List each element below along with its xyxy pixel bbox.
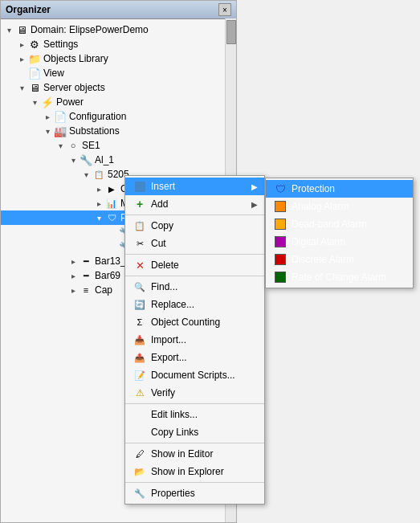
measurements-icon: 📊 <box>105 197 118 210</box>
replace-label: Replace... <box>151 299 258 310</box>
discrete-label: Discrete Alarm <box>292 254 354 265</box>
expander-objlib[interactable] <box>15 52 28 65</box>
submenu: 🛡 Protection Analog Alarm Dead-band Alar… <box>265 178 414 288</box>
cap-label: Cap <box>95 284 112 296</box>
showineditor-label: Show in Editor <box>151 448 258 460</box>
tree-item-domain[interactable]: 🖥 Domain: ElipsePowerDemo <box>1 22 236 37</box>
objlib-icon: 📁 <box>28 52 41 65</box>
editlinks-icon <box>132 408 148 421</box>
menu-item-docscripts[interactable]: 📝 Document Scripts... <box>125 366 264 384</box>
showineditor-icon: 🖊 <box>132 447 148 460</box>
expander-al1[interactable] <box>67 153 80 166</box>
analog-label: Analog Alarm <box>292 201 349 212</box>
find-icon: 🔍 <box>132 280 148 293</box>
verify-label: Verify <box>151 387 258 398</box>
substations-icon: 🏭 <box>54 125 67 137</box>
submenu-item-digital[interactable]: Digital Alarm <box>266 233 413 251</box>
expander-commands[interactable] <box>92 182 105 195</box>
menu-item-find[interactable]: 🔍 Find... <box>125 278 264 296</box>
menu-item-showinexplorer[interactable]: 📂 Show in Explorer <box>125 463 264 480</box>
expander-bar138[interactable] <box>67 255 80 268</box>
expander-settings[interactable] <box>15 38 28 51</box>
expander-domain[interactable] <box>2 23 15 36</box>
tree-item-power[interactable]: ⚡ Power <box>1 95 236 109</box>
menu-item-insert[interactable]: Insert ▶ 🛡 Protection Analog Alarm Dea <box>125 178 264 195</box>
tree-item-config[interactable]: 📄 Configuration <box>1 109 236 124</box>
tree-item-objlib[interactable]: 📁 Objects Library <box>1 51 236 66</box>
menu-item-verify[interactable]: ⚠ Verify <box>125 384 264 402</box>
substations-label: Substations <box>69 125 120 137</box>
editlinks-label: Edit links... <box>151 409 258 420</box>
submenu-item-analog[interactable]: Analog Alarm <box>266 198 413 215</box>
scrollbar-thumb[interactable] <box>226 20 236 44</box>
settings-label: Settings <box>43 39 78 50</box>
submenu-item-roc[interactable]: Rate of Change Alarm <box>266 268 413 286</box>
submenu-item-deadband[interactable]: Dead-band Alarm <box>266 215 413 233</box>
expander-measurements[interactable] <box>92 197 105 210</box>
menu-item-copylinks[interactable]: Copy Links <box>125 423 264 441</box>
tree-item-view[interactable]: 📄 View <box>1 66 236 80</box>
menu-item-add[interactable]: + Add ▶ <box>125 195 264 213</box>
tree-item-substations[interactable]: 🏭 Substations <box>1 124 236 138</box>
bar69-label: Bar69 <box>95 270 120 281</box>
replace-icon: 🔄 <box>132 298 148 311</box>
objlib-label: Objects Library <box>43 53 108 64</box>
menu-item-import[interactable]: 📥 Import... <box>125 331 264 349</box>
docscripts-label: Document Scripts... <box>151 370 258 381</box>
view-label: View <box>43 67 64 79</box>
context-menu: Insert ▶ 🛡 Protection Analog Alarm Dea <box>124 175 265 505</box>
menu-item-showineditor[interactable]: 🖊 Show in Editor <box>125 445 264 463</box>
submenu-item-discrete[interactable]: Discrete Alarm <box>266 251 413 268</box>
bar69-icon: ━ <box>80 269 92 282</box>
discrete-alarm-icon <box>272 253 288 266</box>
deadband-alarm-icon <box>272 218 288 231</box>
separator-2 <box>125 254 264 255</box>
expander-power[interactable] <box>28 96 41 108</box>
expander-protections[interactable] <box>92 211 105 224</box>
cut-icon: ✂ <box>132 237 148 250</box>
deadband-label: Dead-band Alarm <box>292 219 366 230</box>
tree-item-al1[interactable]: 🔧 Al_1 <box>1 153 236 167</box>
submenu-item-protection[interactable]: 🛡 Protection <box>266 180 413 198</box>
expander-server[interactable] <box>15 81 28 94</box>
menu-item-delete[interactable]: ✕ Delete <box>125 256 264 274</box>
add-arrow: ▶ <box>251 200 258 209</box>
properties-label: Properties <box>151 488 258 499</box>
menu-item-export[interactable]: 📤 Export... <box>125 349 264 366</box>
server-label: Server objects <box>43 82 105 93</box>
analog-alarm-icon <box>272 200 288 213</box>
tree-item-settings[interactable]: ⚙ Settings <box>1 37 236 51</box>
menu-item-cut[interactable]: ✂ Cut <box>125 235 264 252</box>
expander-substations[interactable] <box>41 125 54 137</box>
se1-label: SE1 <box>82 140 100 151</box>
config-icon: 📄 <box>54 110 67 123</box>
expander-cap[interactable] <box>67 284 80 296</box>
server-icon: 🖥 <box>28 81 41 94</box>
menu-item-editlinks[interactable]: Edit links... <box>125 406 264 423</box>
5205-icon: 📋 <box>92 168 105 181</box>
import-label: Import... <box>151 334 258 345</box>
cap-icon: ≡ <box>80 284 92 296</box>
expander-bar69[interactable] <box>67 269 80 282</box>
close-button[interactable]: × <box>218 3 231 16</box>
menu-item-count[interactable]: Σ Object Counting <box>125 313 264 331</box>
se1-icon: ○ <box>67 139 80 152</box>
add-label: Add <box>151 198 251 210</box>
insert-icon <box>132 180 148 193</box>
tree-item-se1[interactable]: ○ SE1 <box>1 138 236 153</box>
cut-label: Cut <box>151 238 258 249</box>
expander-config[interactable] <box>41 110 54 123</box>
separator-4 <box>125 403 264 404</box>
expander-se1[interactable] <box>54 139 67 152</box>
insert-label: Insert <box>151 181 251 192</box>
expander-5205[interactable] <box>80 168 92 181</box>
window-title: Organizer <box>6 4 51 15</box>
count-icon: Σ <box>132 316 148 329</box>
copy-icon: 📋 <box>132 219 148 232</box>
menu-item-copy[interactable]: 📋 Copy <box>125 217 264 235</box>
menu-item-properties[interactable]: 🔧 Properties <box>125 484 264 502</box>
power-label: Power <box>56 96 84 108</box>
tree-item-server[interactable]: 🖥 Server objects <box>1 80 236 95</box>
title-bar: Organizer × <box>1 1 236 19</box>
menu-item-replace[interactable]: 🔄 Replace... <box>125 296 264 313</box>
